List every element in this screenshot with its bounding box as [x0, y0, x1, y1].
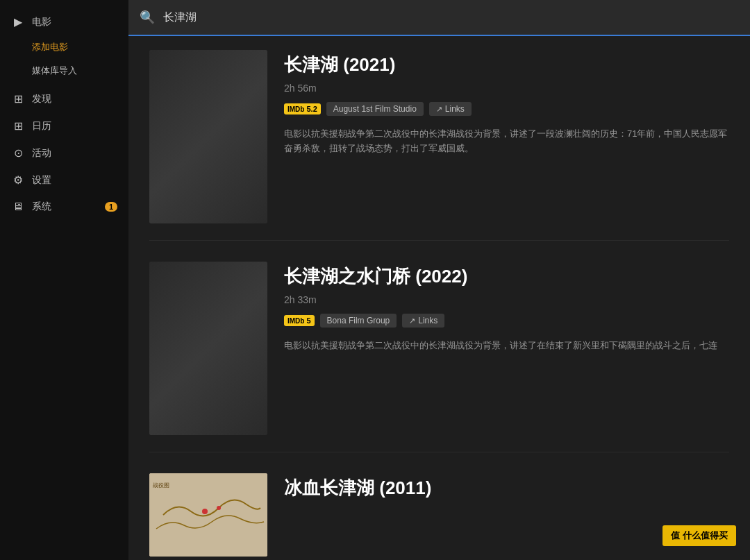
imdb-badge-2[interactable]: IMDb 5: [284, 315, 315, 326]
movie-poster-img-2: [149, 262, 267, 435]
movie-poster-1: [149, 50, 267, 223]
search-input[interactable]: [163, 11, 739, 24]
sidebar-item-calendar-label: 日历: [32, 120, 51, 133]
main-content: 🔍 长津湖 (2021) 2h 56m IMDb 5.2 August 1st …: [128, 0, 750, 560]
sidebar: ▶ 电影 添加电影 媒体库导入 ⊞ 发现 ⊞ 日历 ⊙ 活动 ⚙ 设置 🖥 系统…: [0, 0, 128, 560]
movie-poster-img-3: 战役图: [149, 473, 267, 557]
links-tag-2[interactable]: ↗ Links: [402, 314, 444, 328]
link-icon-2: ↗: [409, 316, 415, 325]
movie-list: 长津湖 (2021) 2h 56m IMDb 5.2 August 1st Fi…: [128, 36, 750, 560]
search-bar: 🔍: [128, 0, 750, 36]
gear-icon: ⚙: [11, 173, 25, 187]
sidebar-item-settings[interactable]: ⚙ 设置: [0, 167, 128, 194]
movie-duration-1: 2h 56m: [284, 83, 729, 94]
sidebar-section-movies: ▶ 电影 添加电影 媒体库导入: [0, 8, 128, 83]
movie-info-2: 长津湖之水门桥 (2022) 2h 33m IMDb 5 Bona Film G…: [284, 262, 729, 435]
sidebar-item-discover[interactable]: ⊞ 发现: [0, 85, 128, 112]
svg-point-1: [202, 509, 208, 514]
sidebar-item-system[interactable]: 🖥 系统 1: [0, 194, 128, 220]
movie-item: 长津湖 (2021) 2h 56m IMDb 5.2 August 1st Fi…: [149, 50, 729, 241]
grid-icon: ⊞: [11, 92, 25, 105]
imdb-label-1: IMDb: [288, 105, 304, 113]
sidebar-item-calendar[interactable]: ⊞ 日历: [0, 112, 128, 139]
search-icon: 🔍: [140, 10, 155, 25]
movie-item-2: 长津湖之水门桥 (2022) 2h 33m IMDb 5 Bona Film G…: [149, 262, 729, 452]
sidebar-item-activity[interactable]: ⊙ 活动: [0, 139, 128, 167]
sidebar-item-system-label: 系统: [32, 201, 51, 213]
imdb-score-1: 5.2: [306, 105, 317, 113]
links-tag-1[interactable]: ↗ Links: [429, 102, 472, 116]
movie-tags-1: IMDb 5.2 August 1st Film Studio ↗ Links: [284, 102, 729, 116]
watermark-text: 值 什么值得买: [671, 530, 728, 541]
sidebar-item-movies[interactable]: ▶ 电影: [0, 8, 128, 35]
link-icon-1: ↗: [436, 105, 442, 114]
svg-text:战役图: 战役图: [153, 482, 169, 489]
movie-duration-2: 2h 33m: [284, 294, 729, 305]
movie-poster-2: [149, 262, 267, 435]
sidebar-item-activity-label: 活动: [32, 147, 51, 160]
movie-description-1: 电影以抗美援朝战争第二次战役中的长津湖战役为背景，讲述了一段波澜壮阔的历史：71…: [284, 127, 729, 156]
movie-poster-img-1: [149, 50, 267, 223]
svg-point-2: [217, 506, 221, 510]
sidebar-item-add-movie-label: 添加电影: [32, 42, 68, 52]
sidebar-item-discover-label: 发现: [32, 93, 51, 105]
sidebar-item-movies-label: 电影: [32, 16, 51, 28]
imdb-badge-1[interactable]: IMDb 5.2: [284, 103, 321, 114]
studio-tag-2[interactable]: Bona Film Group: [320, 314, 397, 328]
movie-title-2: 长津湖之水门桥 (2022): [284, 264, 729, 289]
links-label-1: Links: [445, 104, 465, 114]
sidebar-item-import-library[interactable]: 媒体库导入: [0, 59, 128, 83]
play-icon: ▶: [11, 15, 25, 28]
sidebar-item-settings-label: 设置: [32, 174, 51, 187]
monitor-icon: 🖥: [11, 201, 25, 213]
imdb-label-2: IMDb: [288, 317, 304, 325]
imdb-score-2: 5: [306, 316, 310, 325]
sidebar-item-add-movie[interactable]: 添加电影: [0, 35, 128, 59]
movie-title-1: 长津湖 (2021): [284, 53, 729, 77]
movie-title-3: 冰血长津湖 (2011): [284, 476, 729, 500]
movie-tags-2: IMDb 5 Bona Film Group ↗ Links: [284, 314, 729, 328]
movie-description-2: 电影以抗美援朝战争第二次战役中的长津湖战役为背景，讲述了在结束了新兴里和下碣隅里…: [284, 339, 729, 353]
watermark: 值 什么值得买: [662, 525, 736, 546]
system-badge: 1: [105, 202, 117, 212]
movie-info-1: 长津湖 (2021) 2h 56m IMDb 5.2 August 1st Fi…: [284, 50, 729, 223]
activity-icon: ⊙: [11, 146, 25, 160]
calendar-icon: ⊞: [11, 119, 25, 133]
movie-item-3: 战役图 冰血长津湖 (2011): [149, 473, 729, 560]
studio-tag-1[interactable]: August 1st Film Studio: [326, 102, 424, 116]
links-label-2: Links: [418, 316, 438, 325]
movie-poster-3: 战役图: [149, 473, 267, 557]
map-decoration: 战役图: [149, 473, 267, 557]
sidebar-item-import-label: 媒体库导入: [32, 65, 77, 76]
